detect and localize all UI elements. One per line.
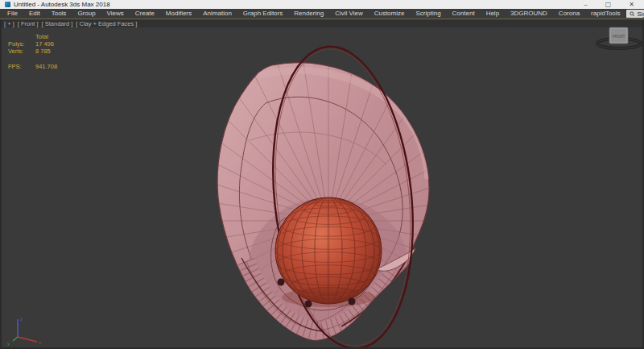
menubar-right-cluster: Sign In ▼ Workspaces: Default ▼: [626, 10, 644, 18]
axis-z-label: z: [20, 317, 23, 322]
menu-item[interactable]: Edit: [23, 9, 46, 19]
menu-item[interactable]: Corona: [553, 9, 585, 19]
sign-in-button[interactable]: Sign In ▼: [626, 10, 644, 18]
maximize-icon[interactable]: ▢: [605, 0, 612, 9]
viewport-statistics: Total Polys: 17 496 Verts: 8 785 FPS: 94…: [8, 33, 57, 70]
statistic-value: Total: [35, 33, 57, 40]
statistics-row: Total: [8, 33, 57, 40]
viewport-label-segment[interactable]: [ Clay + Edged Faces ]: [76, 20, 137, 27]
viewport-label-segment[interactable]: [ Front ]: [18, 20, 39, 27]
statistic-label: [8, 33, 32, 40]
menu-item[interactable]: Views: [101, 9, 130, 19]
minimize-icon[interactable]: –: [584, 0, 587, 9]
menu-item[interactable]: Content: [447, 9, 481, 19]
viewport-label-segment[interactable]: [ Standard ]: [42, 20, 73, 27]
menu-item[interactable]: Group: [72, 9, 101, 19]
search-icon: [630, 11, 635, 17]
menu-item[interactable]: File: [2, 9, 23, 19]
3dsmax-window: Untitled - Autodesk 3ds Max 2018 – ▢ ✕ F…: [0, 0, 644, 349]
window-title: Untitled - Autodesk 3ds Max 2018: [14, 1, 110, 8]
menu-item[interactable]: rapidTools: [585, 9, 625, 19]
statistic-label: FPS:: [8, 63, 32, 70]
viewport-label-bar: [ + ][ Front ][ Standard ][ Clay + Edged…: [2, 19, 642, 27]
menu-item[interactable]: Rendering: [288, 9, 329, 19]
sphere-contact-shadow: [282, 288, 375, 307]
menu-item[interactable]: Tools: [46, 9, 72, 19]
axis-y-label: y: [7, 341, 10, 346]
viewcube[interactable]: FRONT: [597, 27, 641, 48]
statistic-label: Polys:: [8, 40, 32, 48]
menu-item[interactable]: Customize: [369, 9, 411, 19]
window-controls: – ▢ ✕: [584, 0, 641, 9]
menu-item[interactable]: Create: [130, 9, 160, 19]
close-icon[interactable]: ✕: [629, 0, 634, 9]
viewport-label-segment[interactable]: [ + ]: [4, 20, 14, 27]
menu-item[interactable]: 3DGROUND: [505, 9, 553, 19]
statistic-value: 941.708: [35, 63, 57, 70]
viewport-canvas[interactable]: z x y FRONT: [0, 19, 644, 349]
menu-item[interactable]: Modifiers: [160, 9, 197, 19]
title-bar: Untitled - Autodesk 3ds Max 2018 – ▢ ✕: [0, 0, 644, 9]
3dsmax-app-icon: [5, 2, 10, 7]
menu-item[interactable]: Help: [481, 9, 505, 19]
menu-item[interactable]: Graph Editors: [237, 9, 288, 19]
statistic-label: Verts:: [8, 48, 32, 55]
statistic-value: 17 496: [35, 40, 57, 48]
statistics-row: FPS: 941.708: [8, 63, 57, 70]
menu-item[interactable]: Animation: [197, 9, 237, 19]
menu-list: FileEditToolsGroupViewsCreateModifiersAn…: [2, 9, 626, 19]
menu-item[interactable]: Civil View: [329, 9, 369, 19]
viewcube-front-face-label: FRONT: [613, 35, 625, 39]
axis-x-label: x: [39, 340, 41, 345]
sign-in-label: Sign In: [638, 10, 644, 18]
menu-item[interactable]: Scripting: [410, 9, 446, 19]
statistics-row: Polys: 17 496: [8, 40, 57, 48]
statistics-row: Verts: 8 785: [8, 48, 57, 55]
menu-bar: FileEditToolsGroupViewsCreateModifiersAn…: [0, 9, 644, 19]
statistic-value: 8 785: [35, 48, 57, 55]
axis-tripod-icon: z x y: [7, 317, 41, 346]
front-viewport[interactable]: [ + ][ Front ][ Standard ][ Clay + Edged…: [0, 19, 644, 349]
